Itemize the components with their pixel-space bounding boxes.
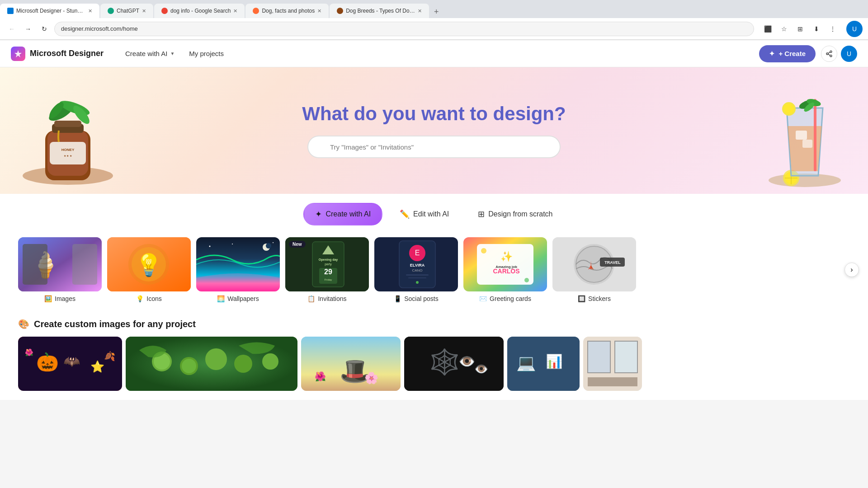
svg-point-70 <box>524 278 529 282</box>
category-stickers-label: 🔲 Stickers <box>552 295 636 302</box>
tab-close-gpt[interactable]: ✕ <box>142 8 146 14</box>
design-from-scratch-button[interactable]: ⊞ Design from scratch <box>466 203 564 225</box>
svg-text:CANO: CANO <box>412 268 422 272</box>
tab-bar: Microsoft Designer - Stunning... ✕ ChatG… <box>0 0 868 18</box>
tab-chatgpt[interactable]: ChatGPT ✕ <box>100 4 153 18</box>
svg-rect-61 <box>406 274 429 276</box>
bookmark-manager-icon[interactable]: ⊞ <box>794 23 807 35</box>
share-icon-button[interactable] <box>821 46 837 62</box>
tab-favicon-google <box>161 8 168 14</box>
new-badge: New <box>289 241 306 248</box>
hero-content: What do you want to design? 🔍 <box>302 103 566 158</box>
svg-point-90 <box>262 353 278 370</box>
category-social[interactable]: E ELVIRA CANO 📱 Social posts <box>374 237 458 302</box>
custom-image-1[interactable]: 🎃 🦇 ⭐ 🌺 🍂 <box>18 337 122 391</box>
category-icons-thumb: 💡 <box>107 237 191 291</box>
category-wallpapers[interactable]: 🌅 Wallpapers <box>196 237 280 302</box>
edit-with-ai-button[interactable]: ✏️ Edit with AI <box>388 203 461 225</box>
svg-rect-62 <box>408 277 426 278</box>
svg-point-1 <box>826 53 828 55</box>
tab-close-dogbreed[interactable]: ✕ <box>418 8 422 14</box>
category-invitations[interactable]: New Opening day party 29 Friday <box>285 237 369 302</box>
svg-text:💡: 💡 <box>135 252 162 278</box>
refresh-button[interactable]: ↻ <box>38 23 51 35</box>
scratch-icon: ⊞ <box>478 209 485 219</box>
svg-point-44 <box>266 243 271 249</box>
logo-icon <box>11 47 25 61</box>
category-images[interactable]: 🍦 🖼️ Images <box>18 237 102 302</box>
custom-image-4[interactable]: 🕸️ 👁️ 👁️ <box>404 337 504 391</box>
bookmark-icon[interactable]: ☆ <box>778 23 790 35</box>
svg-text:🕸️: 🕸️ <box>429 347 460 377</box>
svg-text:29: 29 <box>324 268 332 276</box>
svg-point-0 <box>830 51 832 52</box>
svg-point-89 <box>234 355 252 373</box>
toolbar-icons: ⬛ ☆ ⊞ ⬇ ⋮ U <box>761 21 863 37</box>
download-icon[interactable]: ⬇ <box>810 23 823 35</box>
svg-point-39 <box>209 246 211 247</box>
svg-text:E: E <box>415 249 420 257</box>
tab-label-dog: Dog, facts and photos <box>262 8 315 14</box>
category-greeting-label: ✉️ Greeting cards <box>463 295 547 302</box>
tab-label-gpt: ChatGPT <box>117 8 139 14</box>
svg-rect-8 <box>50 142 86 164</box>
extensions-icon[interactable]: ⬛ <box>761 23 774 35</box>
tab-favicon-dog <box>253 8 259 14</box>
category-greeting-thumb: ✨ Amazing job CARLOS <box>463 237 547 291</box>
create-with-ai-button[interactable]: ✦ Create with AI <box>303 203 382 225</box>
address-bar: ← → ↻ ⬛ ☆ ⊞ ⬇ ⋮ U <box>0 18 868 40</box>
back-button[interactable]: ← <box>5 23 18 35</box>
ai-sparkle-icon: ✦ <box>315 209 322 219</box>
section-title: 🎨 Create custom images for any project <box>18 319 850 329</box>
svg-point-63 <box>416 281 419 284</box>
design-from-scratch-label: Design from scratch <box>488 210 552 218</box>
category-social-thumb: E ELVIRA CANO <box>374 237 458 291</box>
tab-microsoft-designer[interactable]: Microsoft Designer - Stunning... ✕ <box>0 4 99 18</box>
category-greeting-text: Greeting cards <box>490 295 531 302</box>
url-input[interactable] <box>54 22 754 36</box>
nav-create-with-ai[interactable]: Create with AI ▼ <box>118 40 182 67</box>
tab-close-google[interactable]: ✕ <box>233 8 237 14</box>
edit-ai-icon: ✏️ <box>400 209 410 219</box>
nav-my-projects[interactable]: My projects <box>182 40 231 67</box>
tab-dogbreed[interactable]: Dog Breeds - Types Of Dogs -... ✕ <box>330 4 429 18</box>
category-invitations-icon: 📋 <box>307 295 315 302</box>
svg-text:Opening day: Opening day <box>319 258 338 262</box>
profile-avatar[interactable]: U <box>846 21 863 37</box>
user-avatar[interactable]: U <box>841 46 857 62</box>
tab-dog[interactable]: Dog, facts and photos ✕ <box>245 4 329 18</box>
category-icons[interactable]: 💡 💡 Icons <box>107 237 191 302</box>
custom-image-3[interactable]: 🎩 🌸 🌺 <box>301 337 401 391</box>
svg-rect-107 <box>588 377 637 386</box>
svg-point-42 <box>273 242 274 243</box>
category-images-icon: 🖼️ <box>44 295 52 302</box>
menu-icon[interactable]: ⋮ <box>826 23 839 35</box>
category-icons-icon: 💡 <box>136 295 144 302</box>
create-button[interactable]: ✦ + Create <box>759 45 816 62</box>
hero-title: What do you want to design? <box>302 103 566 125</box>
category-stickers[interactable]: 🗼 TRAVEL 🔲 Stickers <box>552 237 636 302</box>
forward-button[interactable]: → <box>22 23 34 35</box>
custom-image-2[interactable] <box>126 337 297 391</box>
category-wallpapers-text: Wallpapers <box>227 295 259 302</box>
svg-rect-32 <box>23 244 47 285</box>
tab-google[interactable]: dog info - Google Search ✕ <box>154 4 245 18</box>
design-search-input[interactable] <box>307 136 561 158</box>
svg-text:TRAVEL: TRAVEL <box>604 260 621 265</box>
svg-text:⭐: ⭐ <box>90 360 105 374</box>
tab-close-ms[interactable]: ✕ <box>88 8 92 14</box>
new-tab-button[interactable]: + <box>430 5 443 18</box>
category-wallpapers-icon: 🌅 <box>217 295 225 302</box>
create-with-ai-label: Create with AI <box>326 210 371 218</box>
svg-text:🎃: 🎃 <box>36 351 59 373</box>
svg-rect-103 <box>588 341 610 373</box>
categories-scroll-right[interactable]: › <box>844 263 859 277</box>
category-social-text: Social posts <box>404 295 438 302</box>
action-bar: ✦ Create with AI ✏️ Edit with AI ⊞ Desig… <box>0 194 868 230</box>
tab-close-dog[interactable]: ✕ <box>317 8 321 14</box>
custom-image-6[interactable] <box>583 337 642 391</box>
custom-image-5[interactable]: 💻 📊 <box>507 337 580 391</box>
category-stickers-thumb: 🗼 TRAVEL <box>552 237 636 291</box>
custom-images-section: 🎨 Create custom images for any project 🎃… <box>0 310 868 400</box>
category-greeting[interactable]: ✨ Amazing job CARLOS ✉️ Greeting cards <box>463 237 547 302</box>
